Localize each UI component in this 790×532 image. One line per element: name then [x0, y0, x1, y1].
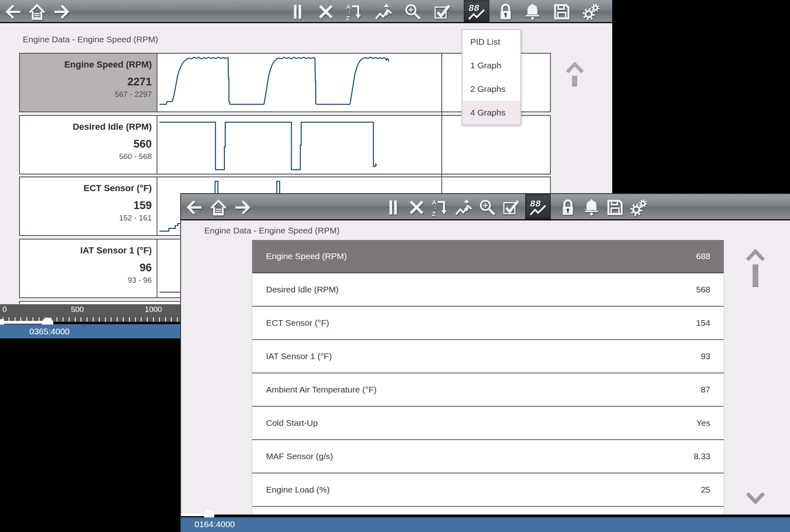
pid-range: 93 - 96 [20, 276, 152, 285]
display-mode-menu: PID List 1 Graph 2 Graphs 4 Graphs [462, 29, 521, 125]
scale-icon[interactable] [454, 198, 473, 217]
timeline-progress [0, 321, 48, 324]
pid-name: Desired Idle (RPM) [20, 122, 152, 132]
sort-az-icon[interactable] [345, 2, 364, 21]
sort-az-icon[interactable] [431, 198, 450, 217]
back-icon[interactable] [3, 2, 22, 21]
display-mode-icon[interactable] [528, 198, 547, 217]
pid-name: Engine Speed (RPM) [20, 59, 152, 70]
tile-label-panel: ECT Sensor (°F) 159 152 - 161 [20, 177, 157, 235]
tile-label-panel: IAT Sensor 1 (°F) 96 93 - 96 [20, 240, 157, 297]
pause-icon[interactable] [288, 2, 307, 21]
pid-label: Engine Speed (RPM) [266, 251, 347, 261]
pid-value: 568 [696, 285, 710, 294]
timeline-track[interactable] [181, 515, 790, 517]
scroll-up-icon[interactable] [565, 61, 584, 74]
position-counter: 0164:4000 [194, 519, 235, 529]
tile-label-panel: Engine Speed (RPM) 2271 567 - 2297 [20, 54, 157, 111]
forward-icon[interactable] [234, 198, 253, 217]
pid-value: 25 [701, 485, 710, 495]
pid-value: 8.33 [694, 451, 710, 461]
pid-range: 560 - 568 [20, 152, 152, 161]
pid-value: 688 [696, 251, 710, 261]
menu-item-2-graphs[interactable]: 2 Graphs [463, 77, 520, 101]
pid-label: Ambient Air Temperature (°F) [266, 385, 377, 395]
menu-item-pid-list[interactable]: PID List [463, 30, 520, 54]
pid-label: IAT Sensor 1 (°F) [266, 351, 332, 361]
tile-label-panel: Desired Idle (RPM) 560 560 - 568 [20, 116, 157, 174]
ruler-label: 500 [71, 305, 84, 314]
forward-icon[interactable] [53, 2, 72, 21]
pid-value: 159 [20, 199, 152, 212]
home-icon[interactable] [209, 198, 228, 217]
pid-value: 560 [20, 138, 152, 150]
pid-row-maf-sensor[interactable]: MAF Sensor (g/s) 8.33 [252, 440, 724, 473]
save-icon[interactable] [552, 2, 571, 21]
menu-item-4-graphs[interactable]: 4 Graphs [463, 101, 520, 124]
pid-value: 2271 [20, 76, 152, 88]
menu-item-1-graph[interactable]: 1 Graph [463, 54, 520, 77]
back-icon[interactable] [184, 198, 203, 217]
clear-icon[interactable] [316, 2, 335, 21]
pid-label: Desired Idle (RPM) [266, 285, 339, 294]
pid-label: Engine Load (%) [266, 485, 330, 495]
alerts-bell-icon[interactable] [582, 198, 601, 217]
pid-row-cold-startup[interactable]: Cold Start-Up Yes [252, 407, 724, 440]
confirm-icon[interactable] [433, 2, 452, 21]
home-icon[interactable] [28, 2, 46, 21]
pid-row-desired-idle[interactable]: Desired Idle (RPM) 568 [252, 273, 724, 307]
position-counter: 0365:4000 [29, 327, 70, 336]
pid-value: Yes [696, 418, 710, 428]
pause-icon[interactable] [384, 198, 402, 217]
scrollbar-handle[interactable] [572, 76, 577, 87]
ruler-label: 0 [2, 305, 7, 314]
pid-range: 567 - 2297 [20, 90, 152, 99]
clear-icon[interactable] [407, 198, 426, 217]
pid-label: ECT Sensor (°F) [266, 318, 329, 328]
scroll-down-icon[interactable] [746, 491, 765, 505]
page-title: Engine Data - Engine Speed (RPM) [204, 226, 340, 235]
back-toolbar [0, 0, 612, 23]
pid-row-engine-load[interactable]: Engine Load (%) 25 [252, 473, 724, 507]
settings-gear-icon[interactable] [582, 2, 600, 21]
pid-value: 96 [20, 262, 152, 274]
pid-row-iat-sensor[interactable]: IAT Sensor 1 (°F) 93 [252, 340, 724, 373]
pid-name: IAT Sensor 1 (°F) [20, 245, 152, 256]
ruler-label: 1000 [145, 305, 162, 314]
pid-range: 152 - 161 [20, 214, 152, 222]
pid-name: ECT Sensor (°F) [20, 183, 152, 194]
pid-row-ambient-air[interactable]: Ambient Air Temperature (°F) 87 [252, 373, 724, 407]
zoom-icon[interactable] [478, 198, 497, 217]
pid-row-engine-speed[interactable]: Engine Speed (RPM) 688 [252, 240, 724, 273]
pid-label: Cold Start-Up [266, 418, 318, 428]
pid-row-ect-sensor[interactable]: ECT Sensor (°F) 154 [252, 307, 724, 340]
front-toolbar [181, 193, 790, 220]
position-bar: 0164:4000 [181, 517, 790, 532]
lock-icon[interactable] [559, 198, 577, 217]
confirm-icon[interactable] [502, 198, 520, 217]
lock-icon[interactable] [496, 2, 515, 21]
scale-icon[interactable] [374, 2, 393, 21]
display-mode-icon[interactable] [467, 2, 486, 21]
alerts-bell-icon[interactable] [523, 2, 542, 21]
save-icon[interactable] [606, 198, 624, 217]
scroll-up-icon[interactable] [746, 248, 765, 262]
scrollbar-handle[interactable] [753, 264, 758, 287]
pid-value: 93 [701, 351, 710, 361]
settings-gear-icon[interactable] [629, 198, 648, 217]
zoom-icon[interactable] [404, 2, 422, 21]
pid-value: 154 [696, 318, 710, 328]
pid-row-partial [252, 507, 724, 515]
pid-list-window: Engine Data - Engine Speed (RPM) Engine … [180, 193, 790, 532]
page-title: Engine Data - Engine Speed (RPM) [23, 35, 158, 44]
pid-list: Engine Speed (RPM) 688 Desired Idle (RPM… [252, 240, 724, 515]
pid-value: 87 [701, 385, 710, 395]
pid-label: MAF Sensor (g/s) [266, 451, 333, 461]
